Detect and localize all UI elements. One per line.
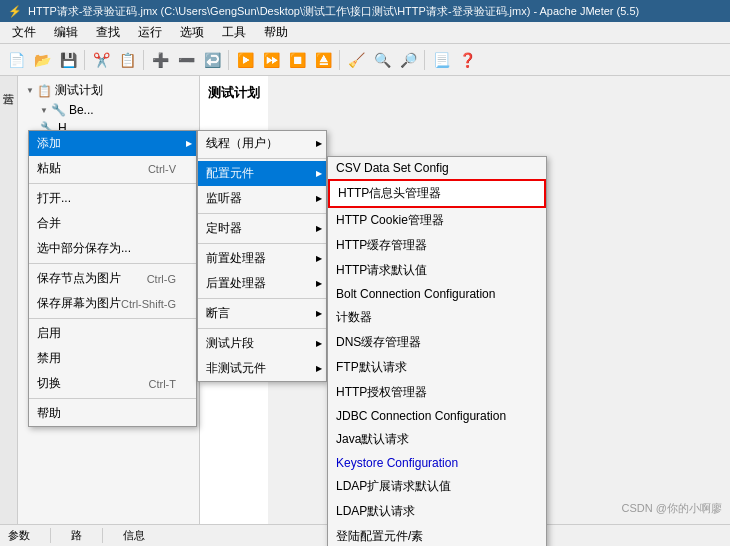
save-screen-shortcut: Ctrl-Shift-G	[121, 298, 176, 310]
config-http-cache[interactable]: HTTP缓存管理器	[328, 233, 546, 258]
menu-threads[interactable]: 线程（用户）	[198, 131, 326, 156]
config-http-header[interactable]: HTTP信息头管理器	[328, 179, 546, 208]
toolbar-sep3	[228, 50, 229, 70]
menu-sep2	[29, 263, 196, 264]
config-dns[interactable]: DNS缓存管理器	[328, 330, 546, 355]
toolbar-sep1	[84, 50, 85, 70]
toolbar-copy[interactable]: 📋	[115, 48, 139, 72]
tree-label-plan: 测试计划	[55, 82, 103, 99]
menu-helpitem[interactable]: 帮助	[29, 401, 196, 426]
config-ldap[interactable]: LDAP默认请求	[328, 499, 546, 524]
menu-enable[interactable]: 启用	[29, 321, 196, 346]
menu-find[interactable]: 查找	[88, 22, 128, 43]
menu-file[interactable]: 文件	[4, 22, 44, 43]
toolbar-search[interactable]: 🔍	[370, 48, 394, 72]
menu-add[interactable]: 添加	[29, 131, 196, 156]
menu-save-node-img[interactable]: 保存节点为图片 Ctrl-G	[29, 266, 196, 291]
toolbar-clear[interactable]: 🧹	[344, 48, 368, 72]
menu-listener[interactable]: 监听器	[198, 186, 326, 211]
toolbar-shutdown[interactable]: ⏏️	[311, 48, 335, 72]
context-menu-level1: 添加 粘贴 Ctrl-V 打开... 合并 选中部分保存为... 保存节点为图片…	[28, 130, 197, 427]
config-counter[interactable]: 计数器	[328, 305, 546, 330]
sub2-sep2	[198, 213, 326, 214]
toggle-shortcut: Ctrl-T	[149, 378, 177, 390]
config-keystore[interactable]: Keystore Configuration	[328, 452, 546, 474]
toolbar-start-no-pause[interactable]: ⏩	[259, 48, 283, 72]
sub2-sep4	[198, 298, 326, 299]
toolbar: 📄 📂 💾 ✂️ 📋 ➕ ➖ ↩️ ▶️ ⏩ ⏹️ ⏏️ 🧹 🔍 🔎 📃 ❓	[0, 44, 730, 76]
menu-toggle[interactable]: 切换 Ctrl-T	[29, 371, 196, 396]
config-http-default[interactable]: HTTP请求默认值	[328, 258, 546, 283]
menu-non-test[interactable]: 非测试元件	[198, 356, 326, 381]
toolbar-sep4	[339, 50, 340, 70]
tree-icon-plan: 📋	[37, 84, 52, 98]
config-ftp[interactable]: FTP默认请求	[328, 355, 546, 380]
config-bolt[interactable]: Bolt Connection Configuration	[328, 283, 546, 305]
menu-config-element[interactable]: 配置元件	[198, 161, 326, 186]
menu-paste[interactable]: 粘贴 Ctrl-V	[29, 156, 196, 181]
main-area: 运营 ▼ 📋 测试计划 ▼ 🔧 Be... 🔧 H... ▼	[0, 76, 730, 524]
menu-merge[interactable]: 合并	[29, 211, 196, 236]
toolbar-open[interactable]: 📂	[30, 48, 54, 72]
title-text: HTTP请求-登录验证码.jmx (C:\Users\GengSun\Deskt…	[28, 4, 639, 19]
config-menu: CSV Data Set Config HTTP信息头管理器 HTTP Cook…	[327, 156, 547, 546]
toolbar-undo[interactable]: ↩️	[200, 48, 224, 72]
toolbar-stop[interactable]: ⏹️	[285, 48, 309, 72]
toolbar-start[interactable]: ▶️	[233, 48, 257, 72]
context-menu-level2-add: 线程（用户） 配置元件 监听器 定时器 前置处理器 后置处理器	[197, 130, 327, 382]
toolbar-new[interactable]: 📄	[4, 48, 28, 72]
tree-item-plan[interactable]: ▼ 📋 测试计划	[22, 80, 195, 101]
menu-test-fragment[interactable]: 测试片段	[198, 331, 326, 356]
menu-pre-processor[interactable]: 前置处理器	[198, 246, 326, 271]
toolbar-list[interactable]: 📃	[429, 48, 453, 72]
status-param: 参数	[8, 528, 51, 543]
menu-sep3	[29, 318, 196, 319]
tree-label-be: Be...	[69, 103, 94, 117]
title-bar: ⚡ HTTP请求-登录验证码.jmx (C:\Users\GengSun\Des…	[0, 0, 730, 22]
tree-item-be[interactable]: ▼ 🔧 Be...	[36, 101, 195, 119]
plan-title: 测试计划	[208, 84, 260, 102]
tree-arrow-be: ▼	[40, 106, 48, 115]
menu-edit[interactable]: 编辑	[46, 22, 86, 43]
menu-save-selected[interactable]: 选中部分保存为...	[29, 236, 196, 261]
menu-bar: 文件 编辑 查找 运行 选项 工具 帮助	[0, 22, 730, 44]
paste-shortcut: Ctrl-V	[148, 163, 176, 175]
watermark: CSDN @你的小啊廖	[622, 501, 722, 516]
toolbar-save[interactable]: 💾	[56, 48, 80, 72]
config-http-cookie[interactable]: HTTP Cookie管理器	[328, 208, 546, 233]
left-labels: 运营	[0, 76, 18, 524]
config-java[interactable]: Java默认请求	[328, 427, 546, 452]
menu-tools[interactable]: 工具	[214, 22, 254, 43]
config-ldap-ext[interactable]: LDAP扩展请求默认值	[328, 474, 546, 499]
menu-run[interactable]: 运行	[130, 22, 170, 43]
menu-sep1	[29, 183, 196, 184]
menu-disable[interactable]: 禁用	[29, 346, 196, 371]
config-http-auth[interactable]: HTTP授权管理器	[328, 380, 546, 405]
tree-icon-be: 🔧	[51, 103, 66, 117]
menu-assertion[interactable]: 断言	[198, 301, 326, 326]
toolbar-help[interactable]: ❓	[455, 48, 479, 72]
sub2-sep1	[198, 158, 326, 159]
context-menu-container: 添加 粘贴 Ctrl-V 打开... 合并 选中部分保存为... 保存节点为图片…	[28, 130, 197, 427]
menu-timer[interactable]: 定时器	[198, 216, 326, 241]
menu-help[interactable]: 帮助	[256, 22, 296, 43]
menu-save-screen-img[interactable]: 保存屏幕为图片 Ctrl-Shift-G	[29, 291, 196, 316]
toolbar-search2[interactable]: 🔎	[396, 48, 420, 72]
toolbar-cut[interactable]: ✂️	[89, 48, 113, 72]
toolbar-add[interactable]: ➕	[148, 48, 172, 72]
menu-open[interactable]: 打开...	[29, 186, 196, 211]
title-icon: ⚡	[8, 5, 22, 18]
sub2-sep5	[198, 328, 326, 329]
tree-arrow-plan: ▼	[26, 86, 34, 95]
menu-post-processor[interactable]: 后置处理器	[198, 271, 326, 296]
sub2-sep3	[198, 243, 326, 244]
menu-options[interactable]: 选项	[172, 22, 212, 43]
config-jdbc[interactable]: JDBC Connection Configuration	[328, 405, 546, 427]
status-path: 路	[71, 528, 103, 543]
config-csv[interactable]: CSV Data Set Config	[328, 157, 546, 179]
menu-sep4	[29, 398, 196, 399]
toolbar-remove[interactable]: ➖	[174, 48, 198, 72]
config-login[interactable]: 登陆配置元件/素	[328, 524, 546, 546]
toolbar-sep5	[424, 50, 425, 70]
save-node-shortcut: Ctrl-G	[147, 273, 176, 285]
